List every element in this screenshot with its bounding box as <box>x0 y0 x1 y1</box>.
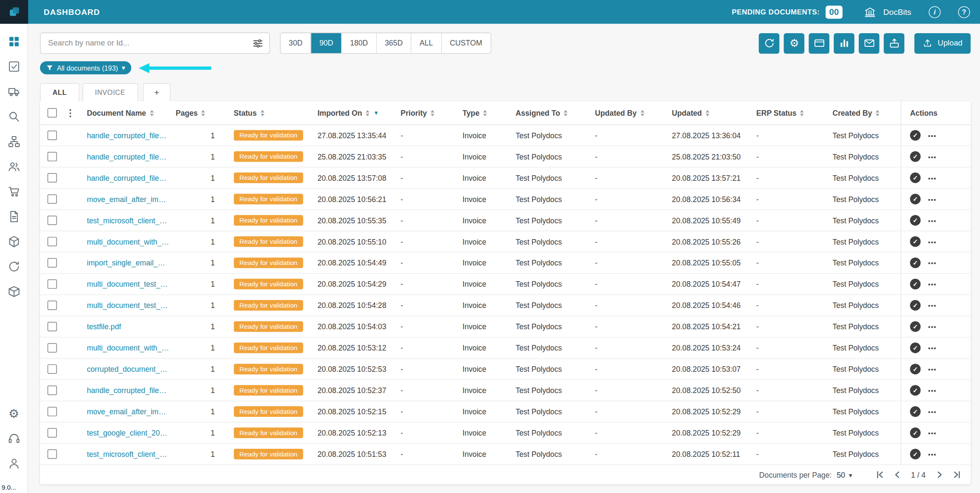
row-more-icon[interactable] <box>928 428 937 437</box>
validate-check-icon[interactable] <box>910 215 920 225</box>
table-row[interactable]: multi_document_test_… 1 Ready for valida… <box>40 274 971 295</box>
time-filter-button[interactable]: 365D <box>376 33 411 53</box>
document-link[interactable]: import_single_email_… <box>87 259 165 268</box>
filter-tune-icon[interactable] <box>253 38 263 48</box>
column-header[interactable]: Assigned To <box>516 101 595 124</box>
settings-gear-icon[interactable] <box>784 33 804 53</box>
table-row[interactable]: handle_corrupted_file… 1 Ready for valid… <box>40 146 971 168</box>
document-link[interactable]: move_email_after_im… <box>87 407 166 416</box>
row-checkbox[interactable] <box>48 365 57 374</box>
row-checkbox[interactable] <box>48 152 57 161</box>
column-header[interactable]: Imported On <box>317 101 400 124</box>
column-header[interactable]: Created By <box>832 101 900 124</box>
row-checkbox[interactable] <box>48 131 57 140</box>
row-more-icon[interactable] <box>928 343 937 352</box>
row-more-icon[interactable] <box>928 365 937 373</box>
validate-check-icon[interactable] <box>910 300 920 311</box>
table-row[interactable]: move_email_after_im… 1 Ready for validat… <box>40 189 971 210</box>
document-link[interactable]: test_microsoft_client_… <box>87 450 167 459</box>
document-link[interactable]: multi_document_with_… <box>87 343 169 352</box>
document-link[interactable]: handle_corrupted_file… <box>87 152 166 161</box>
row-checkbox[interactable] <box>48 407 57 416</box>
row-more-icon[interactable] <box>928 131 937 140</box>
document-link[interactable]: handle_corrupted_file… <box>87 131 166 140</box>
document-link[interactable]: corrupted_document_… <box>87 365 167 373</box>
app-logo[interactable] <box>0 0 28 24</box>
table-row[interactable]: handle_corrupted_file… 1 Ready for valid… <box>40 168 971 189</box>
all-documents-filter-chip[interactable]: All documents (193) <box>40 61 131 74</box>
shipments-truck-icon[interactable] <box>0 84 28 99</box>
organization-building-icon[interactable] <box>864 6 876 18</box>
validate-check-icon[interactable] <box>910 406 920 417</box>
table-row[interactable]: test_google_client_20… 1 Ready for valid… <box>40 422 971 444</box>
row-more-icon[interactable] <box>928 195 937 204</box>
document-link[interactable]: move_email_after_im… <box>87 195 166 204</box>
document-link[interactable]: testfile.pdf <box>87 322 121 331</box>
invoice-document-icon[interactable] <box>0 209 28 224</box>
table-row[interactable]: multi_document_test_… 1 Ready for valida… <box>40 295 971 316</box>
table-row[interactable]: multi_document_with_… 1 Ready for valida… <box>40 231 971 253</box>
row-checkbox[interactable] <box>48 301 57 310</box>
table-row[interactable]: test_microsoft_client_… 1 Ready for vali… <box>40 444 971 465</box>
row-more-icon[interactable] <box>928 216 937 225</box>
row-more-icon[interactable] <box>928 152 937 161</box>
sort-icon[interactable] <box>564 110 568 116</box>
table-row[interactable]: testfile.pdf 1 Ready for validation 20.0… <box>40 316 971 338</box>
validate-check-icon[interactable] <box>910 449 920 459</box>
row-checkbox[interactable] <box>48 428 57 438</box>
validate-check-icon[interactable] <box>910 151 920 162</box>
validate-check-icon[interactable] <box>910 385 920 396</box>
sync-refresh-icon[interactable] <box>759 33 779 53</box>
pending-documents-badge[interactable]: 00 <box>826 5 843 18</box>
per-page-select[interactable]: 50 <box>837 470 845 479</box>
header-kebab-icon[interactable] <box>66 107 75 118</box>
table-row[interactable]: move_email_after_im… 1 Ready for validat… <box>40 401 971 422</box>
mail-import-icon[interactable] <box>859 33 879 53</box>
row-checkbox[interactable] <box>48 173 57 182</box>
row-checkbox[interactable] <box>48 194 57 204</box>
row-more-icon[interactable] <box>928 280 937 289</box>
dashboard-grid-icon[interactable] <box>0 34 28 48</box>
document-link[interactable]: test_microsoft_client_… <box>87 216 167 225</box>
validate-check-icon[interactable] <box>910 427 920 438</box>
document-type-tab[interactable]: INVOICE <box>83 83 138 101</box>
select-all-checkbox[interactable] <box>48 108 57 117</box>
row-more-icon[interactable] <box>928 301 937 310</box>
table-row[interactable]: multi_document_with_… 1 Ready for valida… <box>40 337 971 359</box>
sort-icon[interactable] <box>876 110 880 116</box>
validate-check-icon[interactable] <box>910 279 920 289</box>
time-filter-button[interactable]: CUSTOM <box>441 33 490 53</box>
column-header[interactable]: Priority <box>401 101 462 124</box>
document-link[interactable]: handle_corrupted_file… <box>87 174 166 182</box>
document-link[interactable]: multi_document_with_… <box>87 237 169 246</box>
validate-check-icon[interactable] <box>910 342 920 353</box>
help-icon[interactable] <box>958 6 970 18</box>
sync-returns-icon[interactable] <box>0 259 28 274</box>
validate-check-icon[interactable] <box>910 173 920 183</box>
sort-icon[interactable] <box>800 110 804 116</box>
sort-icon[interactable] <box>430 110 434 116</box>
search-magnifier-icon[interactable] <box>0 109 28 124</box>
validate-check-icon[interactable] <box>910 194 920 205</box>
sort-icon[interactable] <box>150 110 154 116</box>
table-row[interactable]: corrupted_document_… 1 Ready for validat… <box>40 359 971 380</box>
upload-button[interactable]: Upload <box>914 33 971 53</box>
column-header[interactable]: Updated By <box>595 101 672 124</box>
sort-icon[interactable] <box>706 110 709 116</box>
table-row[interactable]: handle_corrupted_file… 1 Ready for valid… <box>40 125 971 146</box>
column-header[interactable]: Status <box>234 101 318 124</box>
column-header[interactable]: Updated <box>672 101 756 124</box>
document-link[interactable]: multi_document_test_… <box>87 280 168 289</box>
table-row[interactable]: test_microsoft_client_… 1 Ready for vali… <box>40 210 971 231</box>
add-tab-button[interactable]: + <box>143 83 171 101</box>
validate-check-icon[interactable] <box>910 321 920 332</box>
time-filter-button[interactable]: 30D <box>281 33 311 53</box>
time-filter-button[interactable]: 90D <box>311 33 341 53</box>
document-link[interactable]: multi_document_test_… <box>87 301 168 310</box>
row-checkbox[interactable] <box>48 279 57 289</box>
row-checkbox[interactable] <box>48 449 57 459</box>
table-row[interactable]: handle_corrupted_file… 1 Ready for valid… <box>40 380 971 401</box>
validate-check-icon[interactable] <box>910 257 920 268</box>
row-checkbox[interactable] <box>48 386 57 395</box>
analytics-chart-icon[interactable] <box>834 33 855 53</box>
